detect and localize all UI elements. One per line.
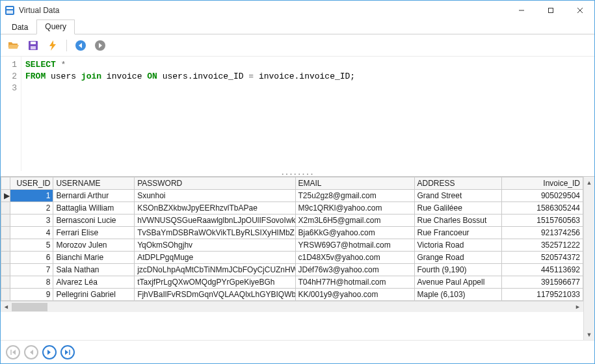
next-record-button[interactable]	[42, 345, 57, 359]
row-indicator[interactable]	[1, 264, 10, 276]
cell[interactable]: KK/001y9@yahoo.com	[295, 289, 414, 301]
cell[interactable]: 391596677	[502, 276, 583, 289]
open-button[interactable]	[6, 38, 21, 53]
cell[interactable]: 2	[10, 202, 53, 214]
sql-editor[interactable]: 123 SELECT *FROM users join invoice ON u…	[1, 57, 594, 171]
hscroll-thumb[interactable]	[12, 303, 47, 311]
row-indicator[interactable]	[1, 252, 10, 264]
cell[interactable]: tTaxjfPrLgQXwOMQdgPYrGpeKiyeBGh	[135, 276, 295, 289]
row-indicator[interactable]	[1, 214, 10, 227]
cell[interactable]: 352571222	[502, 239, 583, 252]
cell[interactable]: 445113692	[502, 264, 583, 276]
close-button[interactable]	[565, 1, 594, 20]
table-row[interactable]: 6Bianchi MarieAtDPLPgqMugec1D48X5v@yahoo…	[1, 252, 583, 264]
cell[interactable]: Victoria Road	[414, 239, 502, 252]
cell[interactable]: JDéf76w3@yahoo.com	[295, 264, 414, 276]
cell[interactable]: 7	[10, 264, 53, 276]
row-indicator[interactable]	[1, 239, 10, 252]
cell[interactable]: Sala Nathan	[53, 264, 135, 276]
cell[interactable]: 1179521033	[502, 289, 583, 301]
row-indicator[interactable]: ▶	[1, 190, 10, 202]
cell[interactable]: TvSBaYmDSBRaWOkVikTLByRLSIXyHIMbZK	[135, 227, 295, 239]
cell[interactable]: KSOnBZXkbwJpyEERhzvlTbAPae	[135, 202, 295, 214]
cell[interactable]: Rue Charles Bossut	[414, 214, 502, 227]
cell[interactable]: Bernardi Arthur	[53, 190, 135, 202]
cell[interactable]: 1515760563	[502, 214, 583, 227]
cell[interactable]: T04hH77H@hotmail.com	[295, 276, 414, 289]
cell[interactable]: Rue Galiléee	[414, 202, 502, 214]
cell[interactable]: Maple (6,103)	[414, 289, 502, 301]
minimize-button[interactable]	[507, 1, 536, 20]
cell[interactable]: X2m3L6H5@gmail.com	[295, 214, 414, 227]
cell[interactable]: 1	[10, 190, 53, 202]
cell[interactable]: YqOkmSOhgjhv	[135, 239, 295, 252]
cell[interactable]: Grange Road	[414, 252, 502, 264]
cell[interactable]: T25u2gz8@gmail.com	[295, 190, 414, 202]
prev-record-button[interactable]	[24, 345, 38, 359]
scroll-right-icon[interactable]: ►	[572, 302, 583, 313]
scroll-down-icon[interactable]: ▼	[584, 329, 595, 340]
table-row[interactable]: 5Morozov JulenYqOkmSOhgjhvYRSW69G7@hotma…	[1, 239, 583, 252]
table-row[interactable]: ▶1Bernardi ArthurSxunhoiT25u2gz8@gmail.c…	[1, 190, 583, 202]
cell[interactable]: Pellegrini Gabriel	[53, 289, 135, 301]
row-indicator[interactable]	[1, 227, 10, 239]
column-header[interactable]: ADDRESS	[414, 177, 502, 190]
horizontal-scrollbar[interactable]: ◄ ►	[1, 301, 583, 312]
table-row[interactable]: 3Bernasconi LuciehVWNUSQSGueRaawlglbnLJp…	[1, 214, 583, 227]
maximize-button[interactable]	[536, 1, 565, 20]
table-row[interactable]: 9Pellegrini GabrielFjhVBaIlFvRSDmGqnVQLA…	[1, 289, 583, 301]
vertical-scrollbar[interactable]: ▲ ▼	[583, 177, 594, 340]
cell[interactable]: Bernasconi Lucie	[53, 214, 135, 227]
cell[interactable]: c1D48X5v@yahoo.com	[295, 252, 414, 264]
column-header[interactable]: USER_ID	[10, 177, 53, 190]
run-query-button[interactable]	[45, 38, 60, 53]
cell[interactable]: Morozov Julen	[53, 239, 135, 252]
first-record-button[interactable]	[6, 345, 20, 359]
nav-back-button[interactable]	[73, 38, 88, 53]
table-row[interactable]: 8Alvarez LéatTaxjfPrLgQXwOMQdgPYrGpeKiye…	[1, 276, 583, 289]
cell[interactable]: 9	[10, 289, 53, 301]
cell[interactable]: FjhVBaIlFvRSDmGqnVQLAAQlxLhGYBIQWbU	[135, 289, 295, 301]
cell[interactable]: 8	[10, 276, 53, 289]
cell[interactable]: Grand Street	[414, 190, 502, 202]
table-row[interactable]: 2Battaglia WilliamKSOnBZXkbwJpyEERhzvlTb…	[1, 202, 583, 214]
tab-data[interactable]: Data	[3, 20, 36, 34]
cell[interactable]: Fourth (9,190)	[414, 264, 502, 276]
cell[interactable]: Avenue Paul Appell	[414, 276, 502, 289]
cell[interactable]: Bja6KkG@yahoo.com	[295, 227, 414, 239]
cell[interactable]: Sxunhoi	[135, 190, 295, 202]
tab-query[interactable]: Query	[36, 20, 75, 34]
cell[interactable]: Bianchi Marie	[53, 252, 135, 264]
cell[interactable]: 6	[10, 252, 53, 264]
nav-forward-button[interactable]	[92, 38, 108, 53]
cell[interactable]: YRSW69G7@hotmail.com	[295, 239, 414, 252]
column-header[interactable]: EMAIL	[295, 177, 414, 190]
table-row[interactable]: 7Sala NathanjzcDNoLhpAqMtCbTiNMmJCbFOyCj…	[1, 264, 583, 276]
cell[interactable]: AtDPLPgqMuge	[135, 252, 295, 264]
cell[interactable]: Rue Francoeur	[414, 227, 502, 239]
cell[interactable]: hVWNUSQSGueRaawlglbnLJpOUlIFSovoIwkAiEa	[135, 214, 295, 227]
cell[interactable]: 3	[10, 214, 53, 227]
row-indicator[interactable]	[1, 276, 10, 289]
cell[interactable]: 905029504	[502, 190, 583, 202]
cell[interactable]: 1586305244	[502, 202, 583, 214]
cell[interactable]: 520574372	[502, 252, 583, 264]
cell[interactable]: M9c1QRKl@yahoo.com	[295, 202, 414, 214]
results-grid[interactable]: USER_IDUSERNAMEPASSWORDEMAILADDRESSInvoi…	[1, 177, 583, 301]
table-row[interactable]: 4Ferrari EliseTvSBaYmDSBRaWOkVikTLByRLSI…	[1, 227, 583, 239]
column-header[interactable]: PASSWORD	[135, 177, 295, 190]
cell[interactable]: 4	[10, 227, 53, 239]
editor-code[interactable]: SELECT *FROM users join invoice ON users…	[21, 57, 594, 171]
scroll-left-icon[interactable]: ◄	[1, 302, 12, 313]
scroll-up-icon[interactable]: ▲	[584, 177, 595, 188]
column-header[interactable]: Invoice_ID	[502, 177, 583, 190]
cell[interactable]: jzcDNoLhpAqMtCbTiNMmJCbFOyCjCUZnHWmTNsW	[135, 264, 295, 276]
row-indicator[interactable]	[1, 202, 10, 214]
horizontal-splitter[interactable]: • • • • • • • •	[1, 171, 594, 176]
column-header[interactable]: USERNAME	[53, 177, 135, 190]
cell[interactable]: Ferrari Elise	[53, 227, 135, 239]
cell[interactable]: 5	[10, 239, 53, 252]
cell[interactable]: Battaglia William	[53, 202, 135, 214]
cell[interactable]: Alvarez Léa	[53, 276, 135, 289]
save-button[interactable]	[25, 38, 41, 53]
